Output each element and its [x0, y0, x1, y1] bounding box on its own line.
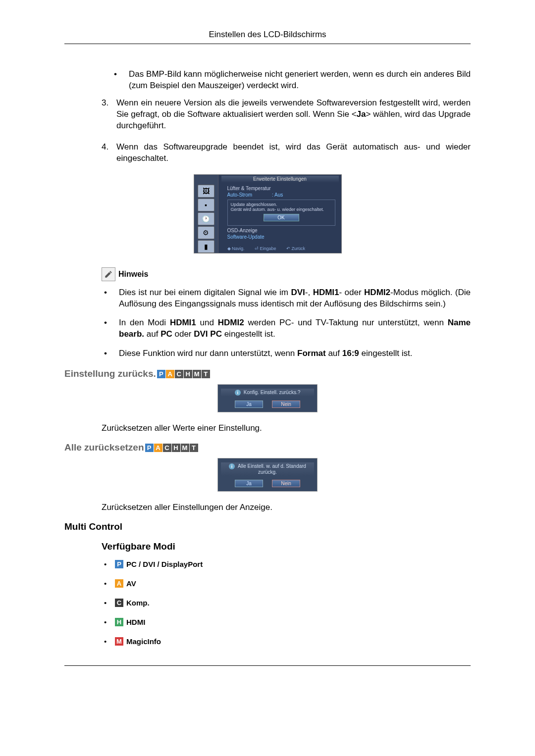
bullet-marker: •	[104, 348, 119, 359]
number-marker: 3.	[102, 98, 116, 132]
mode-badge-c: C	[163, 444, 171, 452]
mode-badge-a: A	[154, 444, 162, 452]
note-bullet-item: •Diese Funktion wird nur dann unterstütz…	[104, 348, 471, 359]
numbered-text: Wenn das Softwareupgrade beendet ist, wi…	[116, 142, 471, 164]
note-icon	[102, 267, 115, 281]
mode-label: Komp.	[126, 599, 150, 607]
numbered-item-4: 4. Wenn das Softwareupgrade beendet ist,…	[102, 142, 471, 164]
dialog-no-button: Nein	[272, 401, 300, 408]
info-icon: i	[235, 390, 241, 396]
mode-badge-t: T	[202, 370, 210, 378]
note-bullet-item: •Dies ist nur bei einem digitalen Signal…	[104, 287, 471, 310]
mode-badge-t: T	[190, 444, 198, 452]
mode-item-c: •CKomp.	[104, 599, 471, 607]
bullet-marker: •	[104, 287, 119, 310]
numbered-text: Wenn ein neuere Version als die jeweils …	[116, 98, 471, 132]
footer-rule	[64, 665, 471, 666]
sub-bullet-item: • Das BMP-Bild kann möglicherweise nicht…	[114, 69, 471, 92]
reset-settings-dialog: iKonfig. Einstell. zurücks.? Ja Nein	[217, 384, 318, 412]
note-bullet-item: •In den Modi HDMI1 und HDMI2 werden PC- …	[104, 317, 471, 340]
available-modes-heading: Verfügbare Modi	[102, 541, 471, 552]
osd-row-autopower: Auto-Strom: Aus	[227, 192, 335, 198]
note-text: Dies ist nur bei einem digitalen Signal …	[119, 287, 471, 310]
reset-all-dialog: iAlle Einstell. w. auf d. Standard zurüc…	[217, 458, 318, 492]
bullet-marker: •	[104, 637, 115, 646]
bullet-marker: •	[114, 69, 129, 92]
mode-label: AV	[126, 579, 136, 588]
info-icon: i	[229, 463, 235, 469]
osd-ok-button: OK	[264, 214, 299, 221]
mode-badge-m-icon: M	[115, 637, 123, 646]
section-multi-control: Multi Control	[64, 521, 471, 532]
mode-badge-p: P	[157, 370, 165, 378]
osd-icon-input: ▪	[198, 199, 214, 211]
mode-badge-c-icon: C	[115, 599, 123, 607]
bullet-marker: •	[104, 317, 119, 340]
osd-row-swupdate: Software-Update	[227, 234, 335, 240]
note-text: Diese Funktion wird nur dann unterstützt…	[119, 348, 413, 359]
bullet-marker: •	[104, 560, 115, 568]
mode-badge-a: A	[166, 370, 174, 378]
mode-badge-p-icon: P	[115, 560, 123, 568]
section-reset-all: Alle zurücksetzen PACHMT	[64, 442, 471, 453]
number-marker: 4.	[102, 142, 116, 164]
mode-badge-p: P	[145, 444, 154, 452]
osd-main: Lüfter & Temperatur Auto-Strom: Aus Upda…	[218, 175, 341, 253]
page-header: Einstellen des LCD-Bildschirms	[64, 30, 471, 44]
dialog-yes-button: Ja	[235, 401, 263, 408]
dialog-no-button: Nein	[272, 480, 300, 487]
bullet-marker: •	[104, 618, 115, 626]
osd-row-osd: OSD-Anzeige	[227, 228, 335, 233]
bullet-marker: •	[104, 599, 115, 607]
osd-icon-multi: ▮	[198, 240, 214, 253]
reset-all-desc: Zurücksetzen aller Einstellungen der Anz…	[102, 503, 471, 512]
numbered-item-3: 3. Wenn ein neuere Version als die jewei…	[102, 98, 471, 132]
note-label: Hinweis	[118, 270, 148, 279]
reset-settings-desc: Zurücksetzen aller Werte einer Einstellu…	[102, 423, 471, 433]
mode-label: MagicInfo	[126, 637, 161, 646]
bullet-text: Das BMP-Bild kann möglicherweise nicht g…	[129, 69, 471, 92]
mode-item-m: •MMagicInfo	[104, 637, 471, 646]
mode-label: HDMI	[126, 618, 145, 626]
bullet-marker: •	[104, 579, 115, 588]
osd-icon-time: 🕐	[198, 212, 214, 225]
dialog-yes-button: Ja	[235, 480, 263, 487]
mode-badge-h: H	[172, 444, 180, 452]
osd-update-box: Update abgeschlossen. Gerät wird autom. …	[227, 200, 335, 226]
mode-badge-h: H	[184, 370, 192, 378]
note-text: In den Modi HDMI1 und HDMI2 werden PC- u…	[119, 317, 471, 340]
osd-icon-picture: 🖼	[198, 185, 214, 198]
osd-menu-screenshot: Erweiterte Einstellungen 🖼 ▪ 🕐 ⚙ ▮ Lüfte…	[194, 174, 342, 253]
osd-row-fan: Lüfter & Temperatur	[227, 186, 335, 191]
section-reset-settings: Einstellung zurücks. PACHMT	[64, 368, 471, 379]
mode-badge-m: M	[181, 444, 189, 452]
mode-badge-m: M	[193, 370, 201, 378]
mode-label: PC / DVI / DisplayPort	[126, 560, 203, 568]
mode-badge-h-icon: H	[115, 618, 123, 626]
osd-sidebar: 🖼 ▪ 🕐 ⚙ ▮	[194, 175, 218, 253]
mode-item-p: •PPC / DVI / DisplayPort	[104, 560, 471, 568]
mode-badge-a-icon: A	[115, 579, 123, 588]
mode-badge-c: C	[175, 370, 183, 378]
mode-item-h: •HHDMI	[104, 618, 471, 626]
mode-item-a: •AAV	[104, 579, 471, 588]
osd-icon-settings: ⚙	[198, 226, 214, 239]
osd-footer: ◆ Navig. ⏎ Eingabe ↶ Zurück	[227, 246, 335, 251]
